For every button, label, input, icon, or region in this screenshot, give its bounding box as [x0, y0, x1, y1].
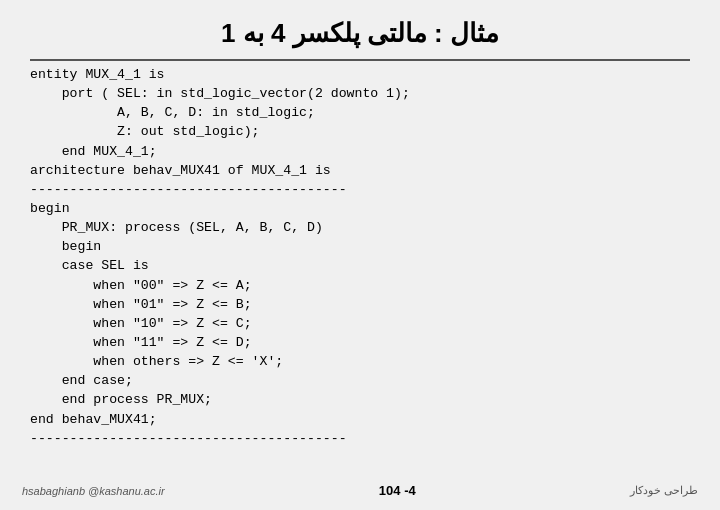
footer-email: hsabaghianb @kashanu.ac.ir — [22, 485, 165, 497]
footer-brand: طراحی خودکار — [630, 484, 698, 497]
footer-page: 104 -4 — [379, 483, 416, 498]
code-line-begin2: begin — [30, 239, 101, 254]
code-line-architecture: architecture behav_MUX41 of MUX_4_1 is — [30, 163, 331, 178]
code-line-z: Z: out std_logic); — [30, 124, 260, 139]
code-line-port: port ( SEL: in std_logic_vector(2 downto… — [30, 86, 410, 101]
code-line-end-process: end process PR_MUX; — [30, 392, 212, 407]
code-line-entity: entity MUX_4_1 is — [30, 67, 165, 82]
code-divider-bottom: ---------------------------------------- — [30, 431, 347, 446]
code-line-others: when others => Z <= 'X'; — [30, 354, 283, 369]
code-divider-mid: ---------------------------------------- — [30, 182, 347, 197]
code-line-abc: A, B, C, D: in std_logic; — [30, 105, 315, 120]
code-content: entity MUX_4_1 is port ( SEL: in std_log… — [30, 65, 690, 448]
slide: مثال : مالتی پلکسر 4 به 1 entity MUX_4_1… — [0, 0, 720, 510]
code-line-when01: when "01" => Z <= B; — [30, 297, 252, 312]
code-line-when10: when "10" => Z <= C; — [30, 316, 252, 331]
code-line-process: PR_MUX: process (SEL, A, B, C, D) — [30, 220, 323, 235]
code-line-case: case SEL is — [30, 258, 149, 273]
code-line-when00: when "00" => Z <= A; — [30, 278, 252, 293]
footer: hsabaghianb @kashanu.ac.ir 104 -4 طراحی … — [0, 483, 720, 498]
slide-title: مثال : مالتی پلکسر 4 به 1 — [30, 18, 690, 49]
code-line-end-case: end case; — [30, 373, 133, 388]
code-line-begin: begin — [30, 201, 70, 216]
code-line-end-mux: end MUX_4_1; — [30, 144, 157, 159]
top-divider — [30, 59, 690, 61]
code-line-when11: when "11" => Z <= D; — [30, 335, 252, 350]
code-line-end-behav: end behav_MUX41; — [30, 412, 157, 427]
